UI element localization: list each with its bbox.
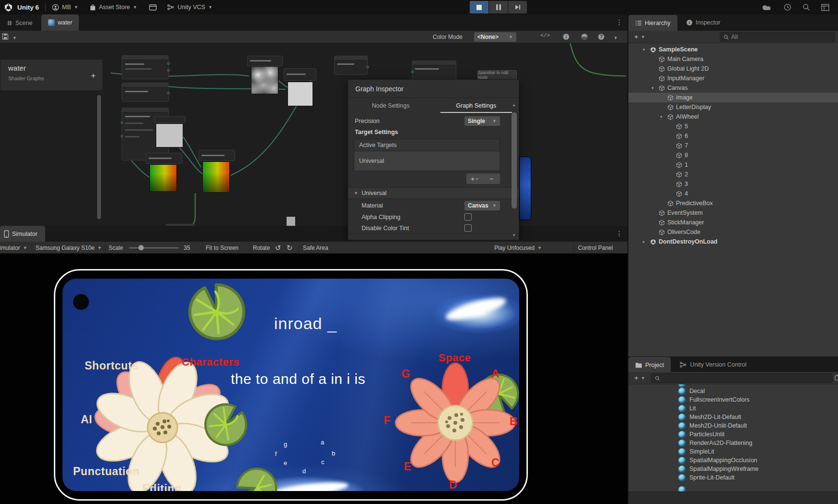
precision-dropdown[interactable]: Single▼ (464, 116, 500, 126)
hierarchy-row[interactable]: ▾ Canvas (628, 83, 838, 93)
hidden-assets-icon[interactable] (835, 374, 838, 381)
remove-target-button[interactable]: − (483, 173, 500, 184)
game-screen[interactable]: inroad _ the to and of a in i is Shortcu… (63, 279, 519, 491)
project-asset-row[interactable]: Mesh2D-Unlit-Default (628, 421, 838, 430)
hierarchy-row[interactable]: ▸ DontDestroyOnLoad (628, 237, 838, 246)
tab-water[interactable]: water (41, 14, 79, 31)
tab-graph-settings[interactable]: Graph Settings (434, 98, 519, 113)
rotate-ccw-icon[interactable]: ↺ (275, 242, 281, 254)
asset-store-menu[interactable]: Asset Store▼ (89, 4, 138, 11)
flower-letter[interactable]: C (491, 456, 500, 469)
project-asset-row[interactable]: SpatialMappingWireframe (628, 465, 838, 473)
foldout-arrow-icon[interactable]: ▾ (651, 86, 659, 90)
blackboard[interactable]: water Shader Graphs + (0, 59, 103, 91)
rotate-cw-icon[interactable]: ↻ (287, 242, 293, 254)
project-asset-row[interactable]: FullscreenInvertColors (628, 395, 838, 404)
fit-to-screen-button[interactable]: Fit to Screen (206, 242, 238, 254)
scroll-up-icon[interactable]: ▲ (512, 103, 516, 107)
shader-node-header[interactable] (199, 150, 235, 161)
scale-slider[interactable] (129, 247, 179, 248)
tray-icon[interactable] (149, 4, 157, 11)
tab-scene[interactable]: Scene (0, 15, 39, 31)
scroll-down-icon[interactable]: ▼ (512, 233, 516, 237)
hierarchy-row[interactable]: StickManager (628, 218, 838, 227)
target-row-universal[interactable]: Universal (354, 151, 500, 171)
tab-node-settings[interactable]: Node Settings (348, 98, 434, 113)
flower-letter[interactable]: A (491, 368, 500, 381)
hierarchy-row[interactable]: OliversCode (628, 227, 838, 237)
layers-icon[interactable] (581, 33, 588, 40)
control-panel-button[interactable]: Control Panel (578, 242, 613, 254)
hierarchy-row[interactable]: 2 (628, 170, 838, 179)
project-asset-row[interactable]: SpatialMappingOcclusion (628, 456, 838, 465)
shader-graph-canvas[interactable]: Spacebar to Add Node water Shader Graphs… (0, 43, 627, 240)
project-asset-row[interactable]: RenderAs2D-Flattening (628, 439, 838, 447)
search-icon[interactable] (802, 3, 810, 11)
floating-letter[interactable]: d (302, 467, 306, 475)
tab-simulator[interactable]: Simulator (0, 226, 45, 242)
color-mode-dropdown[interactable]: <None>▼ (474, 32, 516, 42)
history-icon[interactable] (784, 3, 791, 11)
flower-letter[interactable]: D (449, 479, 457, 491)
inspector-scrollbar[interactable]: ▲ ▼ (511, 102, 517, 237)
play-unfocused-dropdown[interactable]: Play Unfocused▼ (494, 242, 542, 254)
add-asset-button[interactable]: ＋▼ (633, 374, 645, 382)
help-icon[interactable]: ? (598, 33, 605, 40)
step-button[interactable] (508, 1, 527, 13)
device-dropdown[interactable]: Samsung Galaxy S10e▼ (36, 242, 102, 254)
hierarchy-row[interactable]: 5 (628, 122, 838, 131)
tab-inspector[interactable]: i Inspector (679, 14, 727, 31)
project-asset-row[interactable]: Mesh2D-Lit-Default (628, 413, 838, 421)
material-dropdown[interactable]: Canvas▼ (464, 201, 500, 210)
save-icon[interactable] (2, 33, 9, 40)
tab-unity-version-control[interactable]: Unity Version Control (673, 356, 753, 373)
add-object-button[interactable]: ＋▼ (633, 33, 645, 41)
disable-color-tint-checkbox[interactable] (464, 224, 472, 232)
shader-node-header[interactable] (154, 116, 186, 123)
alpha-clipping-checkbox[interactable] (464, 213, 472, 221)
hierarchy-row[interactable]: 1 (628, 160, 838, 170)
foldout-arrow-icon[interactable]: ▸ (643, 239, 650, 244)
shader-node[interactable] (412, 61, 456, 80)
hierarchy-row[interactable]: PredictiveBox (628, 198, 838, 208)
universal-foldout[interactable]: ▼ Universal (348, 187, 519, 199)
shader-node-header[interactable] (146, 153, 182, 164)
floating-letter[interactable]: e (284, 459, 287, 467)
floating-letter[interactable]: f (275, 450, 277, 457)
unity-vcs-menu[interactable]: Unity VCS▼ (167, 4, 213, 11)
shader-node-header[interactable] (284, 68, 316, 81)
pause-button[interactable] (489, 1, 508, 13)
save-dropdown-arrow[interactable]: ▼ (13, 34, 17, 41)
flower-letter[interactable]: F (384, 414, 390, 427)
floating-letter[interactable]: b (332, 450, 335, 457)
project-asset-row[interactable]: ParticlesUnlit (628, 430, 838, 439)
code-view-icon[interactable]: </> (540, 33, 550, 38)
shader-node[interactable] (122, 55, 169, 79)
hierarchy-row[interactable]: InputManager (628, 74, 838, 83)
hierarchy-row[interactable]: LetterDisplay (628, 102, 838, 112)
hierarchy-row[interactable]: ▾ SampleScene (628, 45, 838, 54)
foldout-arrow-icon[interactable]: ▾ (660, 114, 667, 119)
hierarchy-row[interactable]: 7 (628, 141, 838, 150)
hierarchy-row[interactable]: EventSystem (628, 208, 838, 218)
project-asset-row[interactable]: Decal (628, 387, 838, 395)
add-target-button[interactable]: +▼ (466, 173, 483, 184)
flower-letter[interactable]: B (510, 415, 518, 428)
hierarchy-row[interactable]: 3 (628, 179, 838, 189)
project-search-input[interactable] (651, 373, 833, 383)
kebab-menu-icon[interactable]: ⋮ (615, 230, 623, 237)
shader-node[interactable] (334, 56, 368, 75)
hierarchy-row[interactable]: ▾ AIWheel (628, 112, 838, 122)
floating-letter[interactable]: c (321, 458, 325, 466)
hierarchy-search-input[interactable]: All (720, 32, 835, 42)
scale-slider-thumb[interactable] (138, 245, 144, 250)
floating-letter[interactable]: g (284, 441, 287, 448)
flower-letter[interactable]: G (401, 368, 410, 381)
safe-area-button[interactable]: Safe Area (303, 242, 328, 254)
shader-node-header[interactable] (247, 56, 283, 66)
toolbar-dropdown-arrow[interactable]: ▼ (613, 34, 618, 41)
hierarchy-row[interactable]: 8 (628, 150, 838, 160)
hierarchy-row[interactable]: Global Light 2D (628, 64, 838, 74)
kebab-menu-icon[interactable]: ⋮ (615, 18, 623, 26)
cloud-icon[interactable] (762, 4, 773, 11)
